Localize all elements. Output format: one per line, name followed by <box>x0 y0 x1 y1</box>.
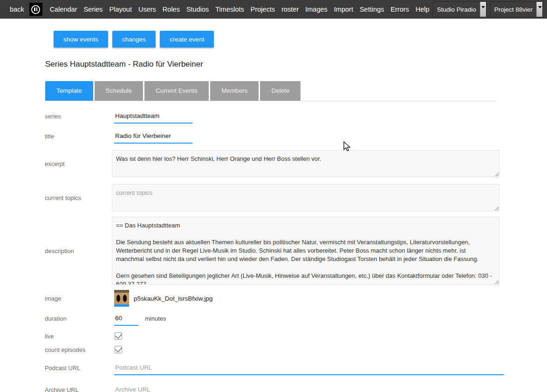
series-image-thumbnail[interactable] <box>114 290 129 307</box>
station-logo[interactable] <box>29 3 42 16</box>
nav-item-series[interactable]: Series <box>80 6 106 13</box>
project-select-value: Project 88vier <box>491 2 537 17</box>
nav-item-help[interactable]: Help <box>412 6 433 13</box>
nav-item-users[interactable]: Users <box>135 6 159 13</box>
nav-item-projects[interactable]: Projects <box>247 6 278 13</box>
series-tabs: Template Schedule Current Events Members… <box>45 81 496 101</box>
top-navbar: back Calendar Series Playout Users Roles… <box>0 0 547 19</box>
show-events-button[interactable]: show events <box>54 31 108 48</box>
image-label: image <box>45 295 112 302</box>
duration-unit-label: minutes <box>145 315 166 322</box>
duration-input[interactable] <box>114 311 138 326</box>
podcast-url-label: Podcast URL <box>45 364 112 371</box>
tab-schedule[interactable]: Schedule <box>95 81 143 101</box>
pause-circle-icon <box>31 5 40 14</box>
count-episodes-checkbox[interactable] <box>115 346 122 353</box>
description-label: description <box>45 248 112 254</box>
excerpt-label: excerpt <box>45 160 112 167</box>
nav-back-link[interactable]: back <box>7 6 28 13</box>
nav-item-studios[interactable]: Studios <box>183 6 212 13</box>
duration-label: duration <box>45 315 112 322</box>
series-toolbar: show events changes create event <box>54 31 547 48</box>
studio-select-value: Studio Piradio <box>433 2 480 17</box>
live-label: live <box>45 333 112 340</box>
project-select[interactable]: Project 88vier <box>490 1 543 17</box>
nav-item-images[interactable]: Images <box>302 6 331 13</box>
dropdown-arrow-icon[interactable] <box>480 2 486 17</box>
dropdown-arrow-icon[interactable] <box>536 2 542 17</box>
nav-item-settings[interactable]: Settings <box>356 6 387 13</box>
tab-template[interactable]: Template <box>45 81 93 101</box>
series-label: series <box>45 113 112 120</box>
nav-item-import[interactable]: Import <box>331 6 356 13</box>
count-episodes-label: count episodes <box>45 346 112 353</box>
image-filename: p5skauKk_DoI_lsrsBfxiw.jpg <box>134 295 213 302</box>
excerpt-textarea[interactable]: Was ist denn hier los? Herr Schinski, He… <box>112 150 499 177</box>
tab-current-events[interactable]: Current Events <box>144 81 209 101</box>
nav-item-roster[interactable]: roster <box>278 6 302 13</box>
podcast-url-input[interactable] <box>114 361 504 375</box>
tab-members[interactable]: Members <box>210 81 259 101</box>
nav-item-roles[interactable]: Roles <box>159 6 183 13</box>
changes-button[interactable]: changes <box>112 31 156 48</box>
nav-item-playout[interactable]: Playout <box>106 6 135 13</box>
archive-url-label: Archive URL <box>45 386 112 392</box>
nav-item-timeslots[interactable]: Timeslots <box>212 6 247 13</box>
description-textarea[interactable]: == Das Hauptstadtteam Die Sendung besteh… <box>112 217 499 285</box>
title-label: title <box>45 133 112 140</box>
current-topics-label: current topics <box>45 194 112 201</box>
series-input[interactable] <box>114 109 192 124</box>
current-topics-textarea[interactable] <box>112 184 499 211</box>
page-title: Series Hauptstadtteam - Radio für Vierbe… <box>45 60 547 69</box>
create-event-button[interactable]: create event <box>160 31 214 48</box>
live-checkbox[interactable] <box>115 332 122 340</box>
studio-select[interactable]: Studio Piradio <box>433 1 486 17</box>
nav-item-errors[interactable]: Errors <box>387 6 412 13</box>
nav-item-calendar[interactable]: Calendar <box>47 6 81 13</box>
title-input[interactable] <box>114 129 192 144</box>
template-form: series title excerpt Was ist denn hier l… <box>45 109 547 392</box>
archive-url-input[interactable] <box>114 383 504 392</box>
tab-delete[interactable]: Delete <box>260 81 301 101</box>
